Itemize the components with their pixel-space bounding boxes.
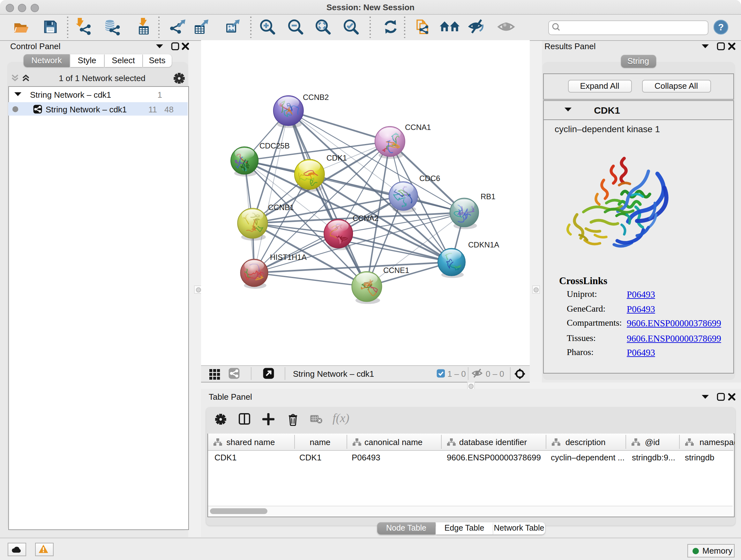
svg-text:CCNE1: CCNE1 — [383, 266, 409, 274]
svg-text:CCNA1: CCNA1 — [405, 123, 430, 132]
svg-text:RB1: RB1 — [480, 192, 495, 201]
svg-text:CDKN1A: CDKN1A — [468, 240, 499, 249]
svg-text:?: ? — [718, 22, 724, 32]
svg-text:CCNB2: CCNB2 — [302, 93, 328, 102]
svg-text:HIST1H1A: HIST1H1A — [270, 253, 307, 261]
svg-text:CDC6: CDC6 — [419, 174, 440, 183]
svg-text:CCNB1: CCNB1 — [268, 203, 293, 212]
svg-text:CDC25B: CDC25B — [259, 141, 289, 150]
svg-text:CDK1: CDK1 — [326, 153, 347, 162]
svg-text:CCNA2: CCNA2 — [352, 214, 378, 223]
